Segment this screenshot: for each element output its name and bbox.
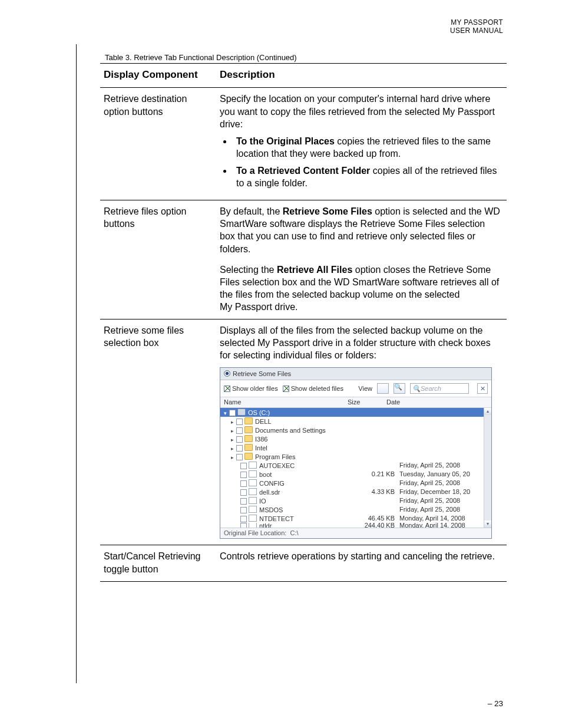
col-name: Name [220,399,348,406]
table-row: Start/Cancel Retrieving toggle button Co… [100,545,507,581]
folder-icon [244,426,253,433]
checkbox-icon[interactable] [236,454,243,460]
folder-icon [244,435,253,442]
tree-folder-row[interactable]: ▸Program Files [220,452,491,461]
checkbox-icon[interactable] [240,516,247,522]
item-date: Friday, April 25, 2008 [399,506,483,513]
checkbox-icon [283,386,289,392]
show-deleted-checkbox[interactable]: Show deleted files [283,386,343,392]
tree-folder-row[interactable]: ▸Documents and Settings [220,426,491,434]
component-description: Displays all of the files from the selec… [216,319,507,545]
checkbox-icon[interactable] [240,480,247,487]
retrieve-some-files-screenshot: Retrieve Some Files Show older files Sho… [220,367,492,539]
item-name: I386 [255,436,267,443]
item-size: 46.45 KB [361,515,399,522]
component-label: Retrieve files option buttons [100,200,216,319]
file-icon [249,462,257,469]
tree-folder-row[interactable]: ▸I386 [220,434,491,443]
file-tree[interactable]: ▾OS (C:)▸DELL▸Documents and Settings▸I38… [220,408,491,528]
checkbox-icon[interactable] [240,463,247,469]
margin-rule [76,44,77,683]
item-name: ntldr [259,523,272,528]
item-date: Friday, April 25, 2008 [399,480,483,486]
file-icon [249,488,257,495]
tree-folder-row[interactable]: ▸DELL [220,417,491,426]
close-icon[interactable]: ✕ [477,383,488,394]
item-date: Tuesday, January 05, 20 [399,471,483,477]
component-description: Specify the location on your computer's … [216,88,507,200]
panel-toolbar: Show older files Show deleted files View… [220,380,491,397]
file-icon [249,470,257,477]
item-name: CONFIG [259,480,285,487]
tree-folder-row[interactable]: ▸Intel [220,443,491,452]
checkbox-icon [224,386,230,392]
view-search-button[interactable]: 🔍 [394,383,405,394]
component-description: Controls retrieve operations by starting… [216,545,507,581]
table-row: Retrieve files option buttons By default… [100,200,507,319]
header-line2: USER MANUAL [450,27,503,35]
scrollbar[interactable]: ▴ ▾ [484,408,491,528]
chevron-icon: ▸ [231,455,236,460]
chevron-icon: ▸ [231,446,236,452]
tree-file-row[interactable]: CONFIGFriday, April 25, 2008 [220,479,491,487]
item-date: Monday, April 14, 2008 [399,523,483,528]
item-name: Program Files [255,453,295,460]
checkbox-icon[interactable] [236,445,243,452]
checkbox-icon[interactable] [240,507,247,513]
table-row: Retrieve some files selection box Displa… [100,319,507,545]
col-size: Size [348,399,386,406]
col-date: Date [386,399,491,406]
item-name: Documents and Settings [255,427,326,434]
item-name: dell.sdr [259,489,280,496]
file-icon [249,497,257,504]
checkbox-icon[interactable] [240,523,247,528]
search-input[interactable]: 🔍 Search [410,383,469,394]
checkbox-icon[interactable] [229,410,236,416]
view-list-button[interactable] [377,383,389,394]
panel-title: Retrieve Some Files [220,368,491,380]
folder-icon [244,453,253,460]
column-headers: Name Size Date [220,397,491,408]
tree-file-row[interactable]: NTDETECT46.45 KBMonday, April 14, 2008 [220,514,491,523]
checkbox-icon[interactable] [236,427,243,434]
chevron-icon: ▸ [231,437,236,443]
tree-file-row[interactable]: MSDOSFriday, April 25, 2008 [220,505,491,514]
functional-description-table: Display Component Description Retrieve d… [100,63,507,582]
checkbox-icon[interactable] [240,489,247,496]
item-name: NTDETECT [259,515,294,522]
file-icon [249,506,257,513]
tree-drive-row[interactable]: ▾OS (C:) [220,408,491,417]
item-name: MSDOS [259,506,283,513]
tree-file-row[interactable]: ntldr244.40 KBMonday, April 14, 2008 [220,523,491,528]
checkbox-icon[interactable] [240,498,247,505]
item-name: AUTOEXEC [259,462,295,469]
checkbox-icon[interactable] [236,419,243,425]
view-label: View [358,386,372,392]
tree-file-row[interactable]: boot0.21 KBTuesday, January 05, 20 [220,470,491,479]
item-date: Friday, December 18, 20 [399,489,483,495]
checkbox-icon[interactable] [236,436,243,443]
table-row: Retrieve destination option buttons Spec… [100,88,507,200]
component-label: Start/Cancel Retrieving toggle button [100,545,216,581]
show-older-checkbox[interactable]: Show older files [224,386,278,392]
item-date: Monday, April 14, 2008 [399,515,483,522]
scroll-down-icon[interactable]: ▾ [484,521,491,528]
tree-file-row[interactable]: AUTOEXECFriday, April 25, 2008 [220,461,491,470]
tree-file-row[interactable]: dell.sdr4.33 KBFriday, December 18, 20 [220,487,491,496]
item-size: 0.21 KB [361,471,399,477]
item-name: boot [259,471,272,478]
item-size: 4.33 KB [361,489,399,495]
folder-icon [244,444,253,451]
item-name: DELL [255,418,272,425]
file-icon [249,515,257,522]
checkbox-icon[interactable] [240,472,247,478]
running-header: MY PASSPORT USER MANUAL [450,19,503,35]
scroll-up-icon[interactable]: ▴ [484,408,491,415]
item-size: 244.40 KB [361,523,399,528]
component-label: Retrieve destination option buttons [100,88,216,200]
header-line1: MY PASSPORT [451,18,503,27]
component-description: By default, the Retrieve Some Files opti… [216,200,507,319]
tree-file-row[interactable]: IOFriday, April 25, 2008 [220,496,491,505]
item-name: OS (C:) [248,409,270,416]
item-name: IO [259,498,266,505]
